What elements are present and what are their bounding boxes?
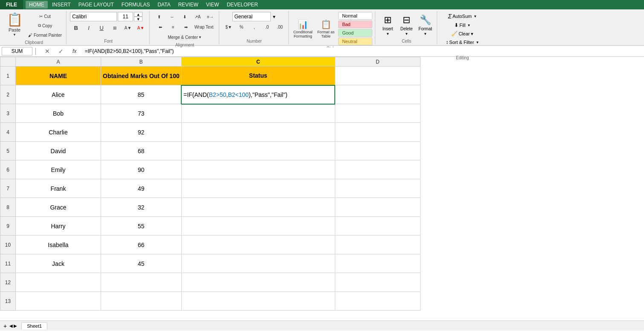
align-center-button[interactable]: ≡ xyxy=(167,22,179,32)
confirm-formula-button[interactable]: ✓ xyxy=(55,47,67,55)
add-sheet-button[interactable]: + xyxy=(2,323,9,329)
number-format-dropdown-icon[interactable]: ▼ xyxy=(272,15,276,19)
comma-button[interactable]: , xyxy=(248,22,260,32)
menu-developer[interactable]: DEVELOPER xyxy=(223,1,261,9)
row-header-8[interactable]: 8 xyxy=(0,198,16,217)
cancel-formula-button[interactable]: ✕ xyxy=(41,47,53,55)
row-header-7[interactable]: 7 xyxy=(0,179,16,198)
copy-button[interactable]: ⧉ Copy xyxy=(26,21,64,30)
col-header-c[interactable]: C xyxy=(181,57,335,67)
cell-A13[interactable] xyxy=(16,292,101,311)
conditional-formatting-button[interactable]: 📊 Conditional Formatting xyxy=(292,17,313,41)
cell-A2[interactable]: Alice xyxy=(16,85,101,104)
cell-D10[interactable] xyxy=(335,236,420,254)
cell-A1[interactable]: NAME xyxy=(16,67,101,85)
format-cells-button[interactable]: 🔧 Format ▼ xyxy=(416,13,434,37)
col-header-d[interactable]: D xyxy=(335,57,420,67)
row-header-2[interactable]: 2 xyxy=(0,85,16,104)
align-right-button[interactable]: ➡ xyxy=(180,22,192,32)
indent-button[interactable]: ≡→ xyxy=(204,12,216,21)
row-header-11[interactable]: 11 xyxy=(0,254,16,273)
insert-cells-button[interactable]: ⊞ Insert ▼ xyxy=(379,13,397,37)
bold-button[interactable]: B xyxy=(70,23,82,32)
cell-B10[interactable]: 66 xyxy=(101,236,182,254)
cell-D2[interactable] xyxy=(335,85,420,104)
cell-D11[interactable] xyxy=(335,254,420,273)
cell-C2[interactable]: =IF(AND(B2>50,B2<100),"Pass","Fail") xyxy=(181,85,335,104)
fill-button[interactable]: ⬇ Fill ▼ xyxy=(453,21,472,29)
cell-A6[interactable]: Emily xyxy=(16,160,101,179)
italic-button[interactable]: I xyxy=(83,23,95,32)
rotate-text-button[interactable]: ↗A xyxy=(191,12,203,21)
cell-D3[interactable] xyxy=(335,104,420,123)
cell-reference-box[interactable] xyxy=(2,47,32,55)
underline-button[interactable]: U xyxy=(96,23,107,32)
cell-D6[interactable] xyxy=(335,160,420,179)
cell-D5[interactable] xyxy=(335,142,420,160)
font-size-input[interactable] xyxy=(118,12,133,21)
font-size-decrease-button[interactable]: ▼ xyxy=(134,17,142,21)
menu-page-layout[interactable]: PAGE LAYOUT xyxy=(75,1,117,9)
formula-input[interactable] xyxy=(83,47,642,55)
cell-C11[interactable] xyxy=(181,254,335,273)
percent-button[interactable]: % xyxy=(235,22,247,32)
cell-B3[interactable]: 73 xyxy=(101,104,182,123)
menu-review[interactable]: REVIEW xyxy=(175,1,202,9)
cell-D9[interactable] xyxy=(335,217,420,236)
cell-B7[interactable]: 49 xyxy=(101,179,182,198)
scroll-right-button[interactable]: ▶ xyxy=(14,323,17,328)
cell-A10[interactable]: Isabella xyxy=(16,236,101,254)
row-header-12[interactable]: 12 xyxy=(0,273,16,292)
fill-color-button[interactable]: A▼ xyxy=(122,23,134,32)
cell-A11[interactable]: Jack xyxy=(16,254,101,273)
cut-button[interactable]: ✂ Cut xyxy=(26,12,64,20)
menu-insert[interactable]: INSERT xyxy=(49,1,74,9)
good-style-button[interactable]: Good xyxy=(338,29,372,37)
row-header-5[interactable]: 5 xyxy=(0,142,16,160)
font-color-button[interactable]: A▼ xyxy=(135,23,147,32)
cell-C12[interactable] xyxy=(181,273,335,292)
align-bottom-button[interactable]: ⬇ xyxy=(179,12,191,21)
merge-center-button[interactable]: Merge & Center ▼ xyxy=(166,32,203,42)
wrap-text-button[interactable]: Wrap Text xyxy=(193,22,215,32)
col-header-a[interactable]: A xyxy=(16,57,101,67)
cell-C8[interactable] xyxy=(181,198,335,217)
paste-button[interactable]: 📋 Paste ▼ xyxy=(4,12,25,37)
normal-style-button[interactable]: Normal xyxy=(338,12,372,20)
cell-D7[interactable] xyxy=(335,179,420,198)
cell-C4[interactable] xyxy=(181,123,335,142)
col-header-b[interactable]: B xyxy=(101,57,182,67)
scroll-left-button[interactable]: ◀ xyxy=(9,323,13,328)
row-header-4[interactable]: 4 xyxy=(0,123,16,142)
cell-A7[interactable]: Frank xyxy=(16,179,101,198)
cell-D8[interactable] xyxy=(335,198,420,217)
font-name-input[interactable] xyxy=(70,12,117,21)
format-painter-button[interactable]: 🖌 Format Painter xyxy=(26,31,64,39)
menu-view[interactable]: VIEW xyxy=(203,1,223,9)
row-header-9[interactable]: 9 xyxy=(0,217,16,236)
increase-decimal-button[interactable]: .00 xyxy=(274,22,286,32)
autosum-button[interactable]: Σ AutoSum ▼ xyxy=(447,12,479,20)
cell-C1[interactable]: Status xyxy=(181,67,335,85)
font-size-increase-button[interactable]: ▲ xyxy=(134,12,142,17)
menu-data[interactable]: DATA xyxy=(154,1,174,9)
row-header-6[interactable]: 6 xyxy=(0,160,16,179)
cell-D12[interactable] xyxy=(335,273,420,292)
cell-A3[interactable]: Bob xyxy=(16,104,101,123)
cell-C9[interactable] xyxy=(181,217,335,236)
align-left-button[interactable]: ⬅ xyxy=(154,22,166,32)
cell-B2[interactable]: 85 xyxy=(101,85,182,104)
cell-B6[interactable]: 90 xyxy=(101,160,182,179)
cell-B13[interactable] xyxy=(101,292,182,311)
cell-C13[interactable] xyxy=(181,292,335,311)
cell-C3[interactable] xyxy=(181,104,335,123)
cell-B12[interactable] xyxy=(101,273,182,292)
neutral-style-button[interactable]: Neutral xyxy=(338,38,372,45)
bad-style-button[interactable]: Bad xyxy=(338,20,372,28)
cell-B1[interactable]: Obtained Marks Out Of 100 xyxy=(101,67,182,85)
cell-A8[interactable]: Grace xyxy=(16,198,101,217)
decrease-decimal-button[interactable]: .0 xyxy=(261,22,273,32)
cell-C6[interactable] xyxy=(181,160,335,179)
cell-A9[interactable]: Harry xyxy=(16,217,101,236)
cell-B9[interactable]: 55 xyxy=(101,217,182,236)
